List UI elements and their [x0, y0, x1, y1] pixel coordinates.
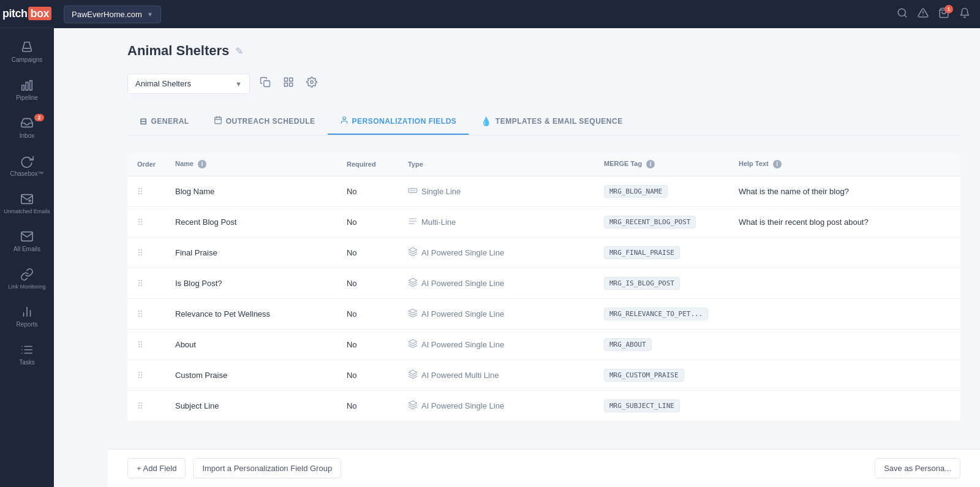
- svg-point-29: [342, 117, 345, 120]
- field-type-cell: Multi-Line: [398, 207, 594, 238]
- tab-outreach-schedule[interactable]: OUTREACH SCHEDULE: [202, 108, 328, 135]
- import-button[interactable]: Import a Personalization Field Group: [193, 458, 341, 478]
- field-type: AI Powered Single Line: [408, 277, 504, 289]
- campaigns-label: Campaigns: [12, 56, 43, 64]
- sidebar-item-link-monitoring[interactable]: Link Monitoring: [0, 260, 54, 298]
- all-emails-label: All Emails: [13, 246, 40, 253]
- selector-row: Animal Shelters ▼: [127, 74, 960, 94]
- field-name: Final Praise: [175, 248, 217, 257]
- merge-info-icon: i: [646, 160, 655, 168]
- merge-tag: MRG_CUSTOM_PRAISE: [604, 369, 684, 382]
- field-type-cell: AI Powered Single Line: [398, 238, 594, 268]
- field-name-cell: Relevance to Pet Wellness: [165, 299, 337, 330]
- all-emails-icon: [20, 230, 34, 243]
- field-help-cell: [729, 391, 960, 421]
- page-header: Animal Shelters ✎: [127, 43, 960, 59]
- logo[interactable]: pitchbox: [0, 0, 54, 28]
- drag-handle-icon[interactable]: ⠿: [137, 217, 143, 227]
- tab-templates[interactable]: 💧 TEMPLATES & EMAIL SEQUENCE: [469, 108, 635, 135]
- field-required: No: [347, 217, 357, 227]
- inbox-icon: 2: [20, 116, 34, 130]
- drag-handle-icon[interactable]: ⠿: [137, 340, 143, 350]
- tab-general[interactable]: ⊟ GENERAL: [127, 108, 202, 135]
- type-icon: [408, 400, 418, 412]
- field-merge-cell: MRG_BLOG_NAME: [594, 176, 729, 207]
- drag-handle-icon[interactable]: ⠿: [137, 309, 143, 319]
- unmatched-icon: [20, 192, 34, 206]
- field-type: Single Line: [408, 186, 461, 197]
- tab-personalization-fields[interactable]: PERSONALIZATION FIELDS: [328, 108, 469, 135]
- field-required: No: [347, 401, 357, 410]
- field-type-cell: Single Line: [398, 176, 594, 207]
- search-icon[interactable]: [897, 7, 908, 21]
- domain-selector[interactable]: PawEverHome.com ▼: [64, 6, 161, 23]
- field-merge-cell: MRG_ABOUT: [594, 330, 729, 360]
- field-help-cell: What is the name of their blog?: [729, 176, 960, 207]
- table-row: ⠿ Final Praise No AI Powered Single Line…: [127, 238, 960, 268]
- sidebar-item-all-emails[interactable]: All Emails: [0, 222, 54, 260]
- sidebar-item-unmatched[interactable]: Unmatched Emails: [0, 185, 54, 222]
- field-name: About: [175, 340, 196, 349]
- field-help-cell: [729, 238, 960, 268]
- sidebar-item-campaigns[interactable]: Campaigns: [0, 33, 54, 71]
- field-help-cell: [729, 330, 960, 360]
- field-required-cell: No: [337, 360, 398, 391]
- drag-handle-cell: ⠿: [127, 176, 165, 207]
- field-name: Subject Line: [175, 401, 219, 410]
- drag-handle-cell: ⠿: [127, 268, 165, 299]
- sidebar-item-inbox[interactable]: 2 Inbox: [0, 109, 54, 147]
- field-required-cell: No: [337, 299, 398, 330]
- field-name: Recent Blog Post: [175, 217, 236, 227]
- name-info-icon: i: [198, 160, 206, 168]
- table-row: ⠿ Subject Line No AI Powered Single Line…: [127, 391, 960, 421]
- drag-handle-icon[interactable]: ⠿: [137, 279, 143, 289]
- settings-icon[interactable]: [304, 74, 320, 93]
- add-field-button[interactable]: + Add Field: [127, 458, 186, 478]
- field-help-cell: [729, 268, 960, 299]
- campaign-dropdown[interactable]: Animal Shelters ▼: [127, 74, 250, 94]
- import-label: Import a Personalization Field Group: [202, 464, 332, 473]
- table-row: ⠿ Recent Blog Post No Multi-Line MRG_REC…: [127, 207, 960, 238]
- logo-pitch: pitch: [2, 7, 28, 20]
- field-required-cell: No: [337, 238, 398, 268]
- field-type-cell: AI Powered Single Line: [398, 268, 594, 299]
- merge-tag: MRG_IS_BLOG_POST: [604, 277, 680, 290]
- drag-handle-icon[interactable]: ⠿: [137, 248, 143, 258]
- field-name: Blog Name: [175, 187, 214, 196]
- outreach-tab-icon: [214, 116, 222, 126]
- copy-icon[interactable]: [257, 74, 273, 93]
- cart-icon[interactable]: 1: [938, 7, 949, 21]
- fields-table: Order Name i Required Type: [127, 153, 960, 421]
- alert-icon[interactable]: [918, 7, 929, 21]
- sidebar-item-chasebox[interactable]: Chasebox™: [0, 147, 54, 185]
- type-icon: [408, 216, 418, 228]
- type-icon: [408, 308, 418, 320]
- field-required: No: [347, 187, 357, 196]
- field-merge-cell: MRG_IS_BLOG_POST: [594, 268, 729, 299]
- field-name: Custom Praise: [175, 371, 227, 380]
- save-button[interactable]: Save as Persona...: [875, 458, 960, 478]
- bar-chart-icon: [20, 78, 34, 92]
- drag-handle-icon[interactable]: ⠿: [137, 401, 143, 411]
- table-row: ⠿ Blog Name No Single Line MRG_BLOG_NAME…: [127, 176, 960, 207]
- drag-handle-icon[interactable]: ⠿: [137, 371, 143, 380]
- table-header-row: Order Name i Required Type: [127, 153, 960, 176]
- sidebar-item-tasks[interactable]: Tasks: [0, 336, 54, 374]
- bell-icon[interactable]: [959, 7, 970, 21]
- field-type-cell: AI Powered Multi Line: [398, 360, 594, 391]
- sidebar-item-reports[interactable]: Reports: [0, 298, 54, 336]
- drag-handle-icon[interactable]: ⠿: [137, 187, 143, 197]
- type-icon: [408, 369, 418, 381]
- sidebar-item-pipeline[interactable]: Pipeline: [0, 71, 54, 109]
- edit-icon[interactable]: ✎: [235, 45, 243, 57]
- field-merge-cell: MRG_FINAL_PRAISE: [594, 238, 729, 268]
- svg-rect-23: [290, 83, 293, 86]
- field-name-cell: Blog Name: [165, 176, 337, 207]
- pipeline-label: Pipeline: [16, 94, 38, 102]
- field-help-cell: [729, 299, 960, 330]
- tab-templates-label: TEMPLATES & EMAIL SEQUENCE: [496, 117, 623, 126]
- col-order: Order: [127, 153, 165, 176]
- grid-icon[interactable]: [281, 74, 296, 93]
- field-type-cell: AI Powered Single Line: [398, 330, 594, 360]
- svg-rect-25: [214, 117, 221, 124]
